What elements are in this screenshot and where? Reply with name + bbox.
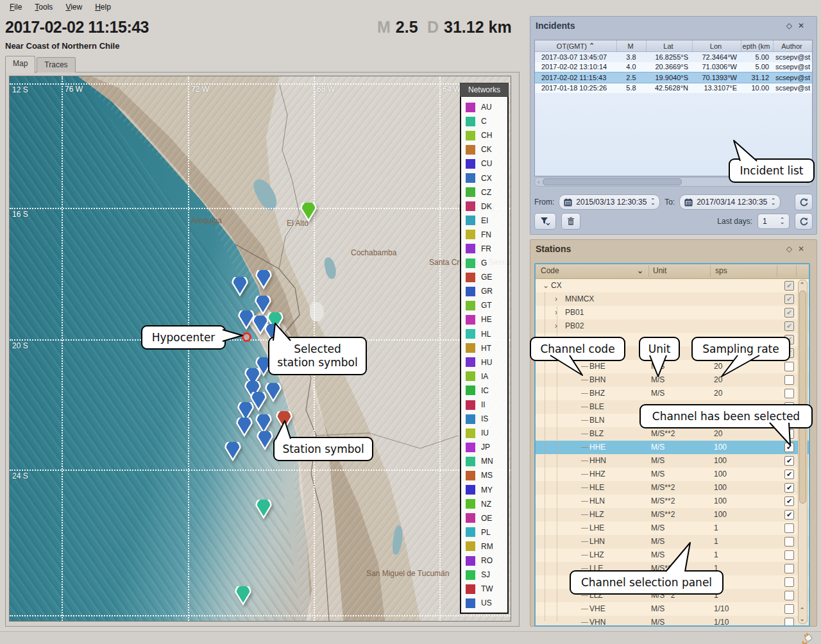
channel-checkbox[interactable] — [784, 362, 794, 371]
channel-row[interactable]: HHZ M/S 100 — [536, 468, 809, 481]
station-symbol[interactable] — [235, 418, 253, 437]
channel-checkbox[interactable] — [784, 321, 794, 331]
channel-checkbox[interactable] — [784, 456, 794, 466]
menu-item[interactable]: Tools — [29, 1, 58, 13]
close-panel-icon[interactable]: ✕ — [798, 21, 810, 30]
column-header[interactable]: epth (km — [741, 40, 773, 51]
incident-row[interactable]: 2017-01-18 10:25:26 5.8 42.5628°N 13.310… — [535, 83, 812, 94]
legend-entry: MN — [461, 454, 507, 468]
column-header[interactable]: Author — [773, 40, 812, 51]
column-header[interactable]: Lon — [692, 40, 741, 51]
refresh-button[interactable] — [795, 194, 813, 210]
station-symbol[interactable] — [234, 586, 252, 606]
incident-row[interactable]: 2017-02-02 13:10:14 4.0 20.3669°S 71.030… — [535, 62, 812, 72]
scroll-left-icon[interactable]: ‹ — [535, 179, 543, 185]
scroll-up-icon[interactable]: ⌃ — [799, 282, 806, 288]
station-symbol[interactable] — [255, 500, 273, 519]
channel-checkbox[interactable] — [784, 281, 794, 291]
expander-icon[interactable]: › — [555, 294, 557, 303]
unit-cell: M/S**2 — [651, 496, 675, 505]
legend-entry: CX — [461, 171, 507, 185]
author-cell: scsepv@st — [773, 63, 812, 71]
scroll-up-icon[interactable]: ⌃ — [799, 607, 806, 613]
channel-row[interactable]: › PB02 — [536, 319, 809, 333]
chevron-down-icon[interactable]: ⌄ — [637, 266, 643, 275]
station-symbol[interactable] — [300, 203, 317, 222]
menu-item[interactable]: File — [4, 1, 28, 13]
menu-item[interactable]: View — [60, 1, 88, 13]
column-header[interactable]: Lat — [646, 40, 692, 51]
incident-row[interactable]: 2017-02-02 11:15:43 2.5 19.9040°S 70.139… — [535, 72, 812, 83]
channel-row[interactable]: HLZ M/S**2 100 — [536, 508, 809, 521]
last-days-spinbox[interactable]: 1 ⌃⌄ — [758, 214, 790, 229]
channel-row[interactable]: ⌄ CX — [536, 279, 809, 292]
column-header[interactable]: OT(GMT)⌃ — [535, 40, 616, 51]
channel-checkbox[interactable] — [784, 308, 794, 318]
spinner-arrows-icon[interactable]: ⌃⌄ — [771, 199, 775, 205]
channel-checkbox[interactable] — [784, 523, 794, 533]
close-panel-icon[interactable]: ✕ — [798, 244, 810, 253]
column-header[interactable]: M — [616, 40, 646, 51]
channel-row[interactable]: VHE M/S 1/10 — [536, 602, 809, 616]
to-datetime-field[interactable]: 2017/03/14 12:30:35 ⌃⌄ — [679, 194, 781, 210]
spinner-arrows-icon[interactable]: ⌃⌄ — [650, 199, 655, 205]
clear-button[interactable] — [561, 213, 580, 230]
tree-header: Code ⌄ Unit sps — [536, 264, 809, 279]
channel-checkbox[interactable] — [784, 618, 794, 627]
code-column-header[interactable]: Code — [541, 266, 559, 275]
incident-row[interactable]: 2017-03-07 13:45:07 3.8 16.8255°S 72.346… — [535, 52, 812, 62]
network-code: CZ — [481, 188, 491, 197]
depth-cell: 5.00 — [741, 53, 773, 61]
from-datetime-field[interactable]: 2015/03/13 12:30:35 ⌃⌄ — [559, 194, 660, 210]
channel-checkbox[interactable] — [784, 389, 794, 398]
channel-checkbox[interactable] — [784, 591, 794, 600]
unit-cell: M/S — [651, 618, 664, 627]
map-canvas[interactable]: 12 S 16 S 20 S 24 S — [9, 76, 511, 622]
tab[interactable]: Traces — [37, 57, 75, 72]
expander-icon[interactable]: ⌄ — [543, 281, 549, 290]
unit-cell: M/S — [651, 470, 664, 479]
legend-entry: MY — [461, 483, 507, 497]
station-symbol[interactable] — [256, 431, 274, 450]
channel-checkbox[interactable] — [784, 550, 794, 560]
channel-row[interactable]: BHZ M/S 20 — [536, 387, 809, 400]
channel-checkbox[interactable] — [784, 604, 794, 614]
menu-item[interactable]: Help — [89, 1, 117, 13]
float-panel-icon[interactable]: ◇ — [786, 244, 798, 253]
unit-column-header[interactable]: Unit — [653, 266, 666, 275]
scrollbar-handle[interactable] — [543, 178, 682, 185]
channel-row[interactable]: LHE M/S 1 — [536, 521, 809, 535]
channel-row[interactable]: HLE M/S**2 100 — [536, 481, 809, 495]
latitude-cell: 42.5628°N — [646, 84, 692, 92]
channel-checkbox[interactable] — [784, 496, 794, 506]
station-symbol[interactable] — [231, 277, 249, 296]
channel-checkbox[interactable] — [784, 577, 794, 587]
sps-column-header[interactable]: sps — [715, 266, 727, 275]
channel-checkbox[interactable] — [784, 510, 794, 520]
refresh-button[interactable] — [795, 213, 813, 230]
channel-row[interactable]: VHN M/S 1/10 — [536, 616, 809, 627]
spinner-arrows-icon[interactable]: ⌃⌄ — [780, 219, 784, 225]
float-panel-icon[interactable]: ◇ — [786, 21, 798, 30]
channel-row[interactable]: HLN M/S**2 100 — [536, 495, 809, 508]
channel-checkbox[interactable] — [784, 375, 794, 385]
channel-checkbox[interactable] — [784, 470, 794, 479]
tab[interactable]: Map — [5, 56, 35, 73]
scrollbar-handle[interactable] — [799, 291, 806, 504]
channel-checkbox[interactable] — [784, 564, 794, 573]
scroll-down-icon[interactable]: ⌄ — [799, 616, 806, 622]
callout-channel-panel: Channel selection panel — [570, 570, 724, 595]
stations-vertical-scrollbar[interactable]: ⌃ ⌃ ⌄ — [798, 280, 808, 624]
station-symbol[interactable] — [224, 442, 242, 461]
channel-checkbox[interactable] — [784, 537, 794, 547]
channel-checkbox[interactable] — [784, 294, 794, 304]
channel-row[interactable]: › MNMCX — [536, 292, 809, 306]
channel-row[interactable]: › PB01 — [536, 306, 809, 319]
filter-button[interactable] — [534, 213, 556, 230]
sps-cell: 100 — [714, 510, 727, 519]
channel-row[interactable]: HHN M/S 100 — [536, 454, 809, 468]
station-symbol[interactable] — [255, 270, 273, 289]
channel-checkbox[interactable] — [784, 483, 794, 493]
network-color-swatch — [466, 201, 475, 211]
sps-cell: 100 — [714, 470, 727, 479]
